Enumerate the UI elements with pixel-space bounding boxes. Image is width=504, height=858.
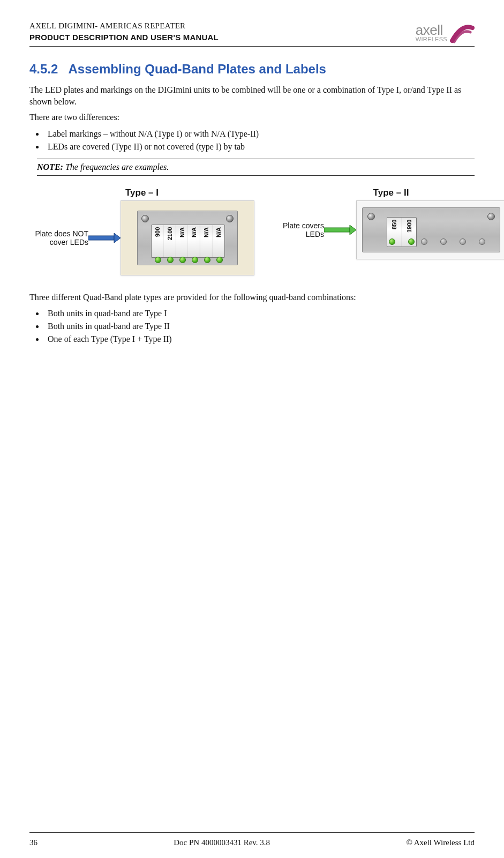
svg-rect-0 [88, 236, 114, 240]
logo-sub: WIRELESS [416, 37, 447, 42]
list-item: Label markings – without N/A (Type I) or… [44, 128, 475, 140]
led-grey-icon [460, 238, 466, 245]
device-type-2: 850 1900 [356, 200, 504, 259]
note-block: NOTE: The frequencies are examples. [37, 159, 475, 176]
led-green-icon [204, 257, 210, 263]
figure-type-1: Type – I Plate does NOT cover LEDs 900 [29, 188, 254, 275]
led-green-icon [179, 257, 186, 263]
freq-label: 900 [152, 225, 163, 257]
led-row [389, 238, 415, 245]
led-green-icon [216, 257, 223, 263]
section-heading: 4.5.2 Assembling Quad-Band Plates and La… [29, 62, 475, 77]
figure-row: Type – I Plate does NOT cover LEDs 900 [29, 188, 475, 275]
note-text: The frequencies are examples. [65, 162, 169, 171]
led-green-icon [192, 257, 198, 263]
brand-logo: axell WIRELESS [416, 21, 475, 44]
paragraph-diffs: There are two differences: [29, 111, 475, 123]
type1-annotation-row: Plate does NOT cover LEDs 900 2100 N/A N [29, 200, 254, 275]
page-footer: 36 Doc PN 4000003431 Rev. 3.8 © Axell Wi… [29, 833, 475, 847]
section-title: Assembling Quad-Band Plates and Labels [69, 62, 326, 76]
freq-label: N/A [176, 225, 188, 257]
paragraph-combos: Three different Quad-Band plate types ar… [29, 292, 475, 303]
arrow-right-green-icon [324, 225, 356, 235]
screw-icon [141, 215, 149, 222]
copyright: © Axell Wireless Ltd [406, 838, 475, 847]
svg-marker-3 [350, 225, 356, 235]
freq-label: N/A [187, 225, 200, 257]
led-green-icon [408, 238, 415, 245]
paragraph-intro: The LED plates and markings on the DIGIm… [29, 84, 475, 107]
figure-type-2: Type – II Plate covers LEDs 850 1900 [276, 188, 504, 259]
led-grey-icon [421, 238, 427, 245]
freq-label: N/A [212, 225, 224, 257]
led-row-covered [421, 238, 485, 245]
screw-icon [226, 215, 234, 222]
device-type-1: 900 2100 N/A N/A N/A N/A [121, 200, 254, 275]
type2-annotation-row: Plate covers LEDs 850 1900 [276, 200, 504, 259]
differences-list: Label markings – without N/A (Type I) or… [44, 128, 475, 153]
header-rule [29, 46, 475, 47]
freq-label: 2100 [163, 225, 176, 257]
arrow-right-blue-icon [88, 233, 121, 243]
logo-text: axell WIRELESS [416, 24, 447, 42]
chassis [362, 207, 500, 252]
type1-annotation-l1: Plate does NOT [35, 229, 88, 238]
svg-marker-1 [114, 233, 121, 243]
list-item: Both units in quad-band are Type II [44, 320, 475, 333]
logo-arc-icon [449, 23, 475, 44]
doc-number: Doc PN 4000003431 Rev. 3.8 [174, 838, 270, 847]
screw-icon [487, 213, 495, 220]
type1-heading: Type – I [125, 188, 159, 198]
section-number: 4.5.2 [29, 62, 58, 76]
led-grey-icon [479, 238, 485, 245]
list-item: Both units in quad-band are Type I [44, 307, 475, 320]
list-item: One of each Type (Type I + Type II) [44, 333, 475, 346]
type1-annotation-l2: cover LEDs [50, 238, 88, 247]
type2-annotation: Plate covers LEDs [276, 221, 324, 238]
logo-brand: axell [416, 24, 447, 36]
combinations-list: Both units in quad-band are Type I Both … [44, 307, 475, 346]
type2-heading: Type – II [373, 188, 409, 198]
header-left: AXELL DIGIMINI- AMERICAS REPEATER PRODUC… [29, 21, 416, 42]
led-row [155, 257, 223, 263]
page-number: 36 [29, 838, 37, 847]
label-plate: 900 2100 N/A N/A N/A N/A [151, 225, 225, 258]
note-label: NOTE: [37, 162, 63, 171]
led-green-icon [155, 257, 161, 263]
led-green-icon [389, 238, 395, 245]
led-green-icon [167, 257, 174, 263]
doc-subtitle: PRODUCT DESCRIPTION AND USER'S MANUAL [29, 33, 416, 42]
screw-icon [367, 213, 375, 220]
freq-label: N/A [200, 225, 212, 257]
type2-annotation-l1: Plate covers [283, 221, 324, 230]
svg-rect-2 [324, 228, 350, 232]
led-grey-icon [440, 238, 447, 245]
page-header: AXELL DIGIMINI- AMERICAS REPEATER PRODUC… [29, 21, 475, 44]
product-line: AXELL DIGIMINI- AMERICAS REPEATER [29, 21, 416, 31]
list-item: LEDs are covered (Type II) or not covere… [44, 140, 475, 153]
type1-annotation: Plate does NOT cover LEDs [29, 229, 88, 247]
type2-annotation-l2: LEDs [306, 230, 324, 238]
